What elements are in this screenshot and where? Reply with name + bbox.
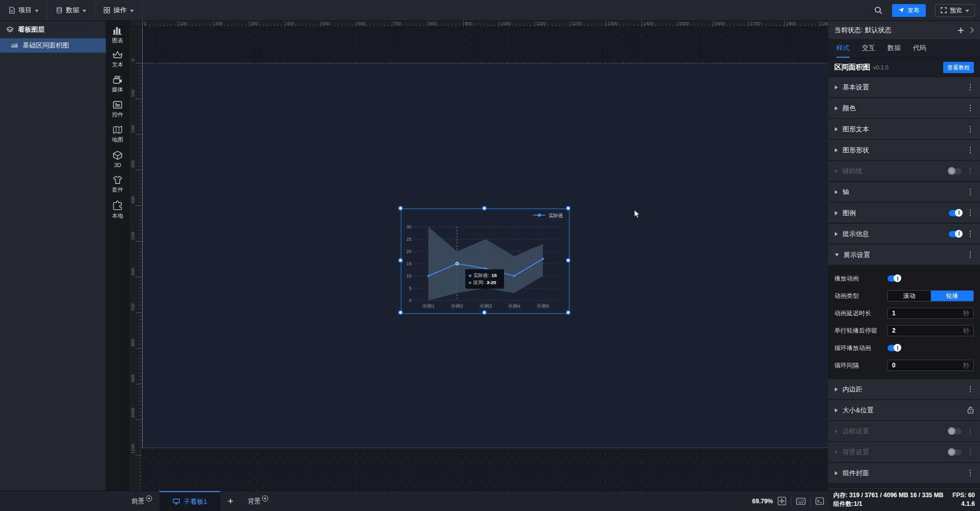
resize-handle[interactable] <box>398 258 403 263</box>
animation-delay-input[interactable] <box>888 310 960 317</box>
section-大小&位置[interactable]: 大小&位置 <box>828 400 980 420</box>
svg-text:示例3: 示例3 <box>480 303 492 309</box>
add-state-icon[interactable] <box>957 27 965 34</box>
section-边框设置[interactable]: 边框设置 <box>828 421 980 441</box>
toolbox-item-图表[interactable]: 图表 <box>106 25 129 50</box>
toolbox-item-套件[interactable]: 套件 <box>106 175 129 200</box>
svg-text:实际值: 实际值 <box>549 213 563 218</box>
section-内边距[interactable]: 内边距 <box>828 379 980 399</box>
resize-handle[interactable] <box>398 206 403 211</box>
section-图形形状[interactable]: 图形形状 <box>828 140 980 160</box>
resize-handle[interactable] <box>566 258 571 263</box>
top-toolbar: 项目 数据 操作 发布 <box>0 0 980 21</box>
resize-handle[interactable] <box>398 310 403 315</box>
component-title: 区间面积图 <box>834 63 870 72</box>
chevron-right-icon[interactable] <box>970 27 974 33</box>
section-提示信息[interactable]: 提示信息 <box>828 224 980 244</box>
tab-样式[interactable]: 样式 <box>836 43 850 58</box>
chevron-right-icon <box>835 85 838 89</box>
view-tutorial-button[interactable]: 查看教程 <box>943 62 974 73</box>
search-icon[interactable] <box>874 6 883 15</box>
loop-interval-input[interactable] <box>888 362 960 369</box>
foreground-tab[interactable]: 前景 <box>124 491 159 511</box>
resize-handle[interactable] <box>482 310 487 315</box>
layer-item-range-area-chart[interactable]: 基础区间面积图 <box>0 38 106 53</box>
row-dwell-input[interactable] <box>888 327 960 334</box>
section-menu-icon[interactable] <box>967 166 974 176</box>
svg-text:25: 25 <box>406 237 412 242</box>
component-version: v0.1.0 <box>873 64 888 71</box>
setting-row-animation-delay: 动画延迟时长 秒 <box>834 305 974 322</box>
loop-animation-toggle[interactable] <box>887 345 900 351</box>
chevron-right-icon <box>835 450 838 454</box>
segment-carousel[interactable]: 轮播 <box>931 291 974 301</box>
section-轴[interactable]: 轴 <box>828 182 980 202</box>
preview-button[interactable]: 预览 <box>935 4 975 17</box>
chevron-right-icon <box>835 190 838 194</box>
section-menu-icon[interactable] <box>967 468 974 478</box>
section-menu-icon[interactable] <box>967 207 974 218</box>
background-tab[interactable]: 背景 <box>240 491 276 511</box>
component-title-row: 区间面积图 v0.1.0 查看教程 <box>828 58 980 77</box>
subboard-tab[interactable]: 子看板1 <box>159 491 220 511</box>
memory-extra: 16 / 335 MB <box>910 492 943 499</box>
tab-数据[interactable]: 数据 <box>887 43 901 58</box>
toolbox-item-控件[interactable]: 控件 <box>106 100 129 125</box>
performance-status: 内存: 319 / 3761 / 4096 MB 16 / 335 MB FPS… <box>828 488 980 511</box>
component-count: 1/1 <box>854 500 862 507</box>
section-颜色[interactable]: 颜色 <box>828 98 980 118</box>
tab-代码[interactable]: 代码 <box>913 43 926 58</box>
section-图例[interactable]: 图例 <box>828 203 980 223</box>
toolbox-item-3D[interactable]: 3D <box>106 150 129 175</box>
circle-plus-icon[interactable] <box>146 495 152 502</box>
resize-handle[interactable] <box>566 206 571 211</box>
design-canvas[interactable]: 051015202530示例1示例2示例3示例4示例5实际值 实际值: 15 区… <box>142 27 828 491</box>
section-menu-icon[interactable] <box>967 384 974 394</box>
keyboard-shortcuts-icon[interactable] <box>796 498 806 505</box>
publish-button[interactable]: 发布 <box>892 4 926 17</box>
section-辅助线[interactable]: 辅助线 <box>828 161 980 181</box>
图例-toggle[interactable] <box>949 210 962 216</box>
menu-data[interactable]: 数据 <box>48 0 95 21</box>
section-menu-icon[interactable] <box>967 447 974 457</box>
section-menu-icon[interactable] <box>967 228 974 239</box>
边框设置-toggle[interactable] <box>949 428 962 434</box>
memory-value: 319 / 3761 / 4096 MB <box>849 492 908 499</box>
背景设置-toggle[interactable] <box>949 449 962 455</box>
toolbox-item-文本[interactable]: 文本 <box>106 50 129 75</box>
chevron-down-icon <box>82 10 86 12</box>
console-icon[interactable] <box>815 497 824 505</box>
chevron-down-icon <box>965 10 969 12</box>
toolbox-item-地图[interactable]: 地图 <box>106 125 129 150</box>
section-menu-icon[interactable] <box>967 82 974 92</box>
fit-screen-icon[interactable] <box>778 497 786 505</box>
辅助线-toggle[interactable] <box>949 168 962 174</box>
section-背景设置[interactable]: 背景设置 <box>828 442 980 462</box>
toolbox-item-本地[interactable]: 本地 <box>106 200 129 225</box>
section-menu-icon[interactable] <box>967 426 974 436</box>
segment-scroll[interactable]: 滚动 <box>888 291 931 301</box>
toolbox-item-媒体[interactable]: 媒体 <box>106 75 129 100</box>
resize-handle[interactable] <box>566 310 571 315</box>
menu-project[interactable]: 项目 <box>0 0 48 21</box>
selected-chart-component[interactable]: 051015202530示例1示例2示例3示例4示例5实际值 实际值: 15 区… <box>401 209 569 313</box>
setting-row-loop-animation: 循环播放动画 <box>834 339 974 357</box>
fullscreen-icon <box>941 7 947 13</box>
menu-actions[interactable]: 操作 <box>95 0 143 21</box>
play-animation-toggle[interactable] <box>887 275 900 282</box>
section-menu-icon[interactable] <box>967 187 974 197</box>
section-图形文本[interactable]: 图形文本 <box>828 119 980 139</box>
tab-交互[interactable]: 交互 <box>862 43 875 58</box>
section-menu-icon[interactable] <box>967 249 974 260</box>
lock-icon[interactable] <box>967 406 974 414</box>
提示信息-toggle[interactable] <box>949 231 962 237</box>
section-menu-icon[interactable] <box>967 124 974 134</box>
section-基本设置[interactable]: 基本设置 <box>828 77 980 97</box>
add-board-button[interactable]: + <box>220 496 240 507</box>
section-组件封面[interactable]: 组件封面 <box>828 463 980 483</box>
section-展示设置[interactable]: 展示设置 <box>828 245 980 265</box>
resize-handle[interactable] <box>482 206 487 211</box>
section-menu-icon[interactable] <box>967 145 974 155</box>
circle-plus-icon[interactable] <box>262 495 268 502</box>
section-menu-icon[interactable] <box>967 103 974 113</box>
